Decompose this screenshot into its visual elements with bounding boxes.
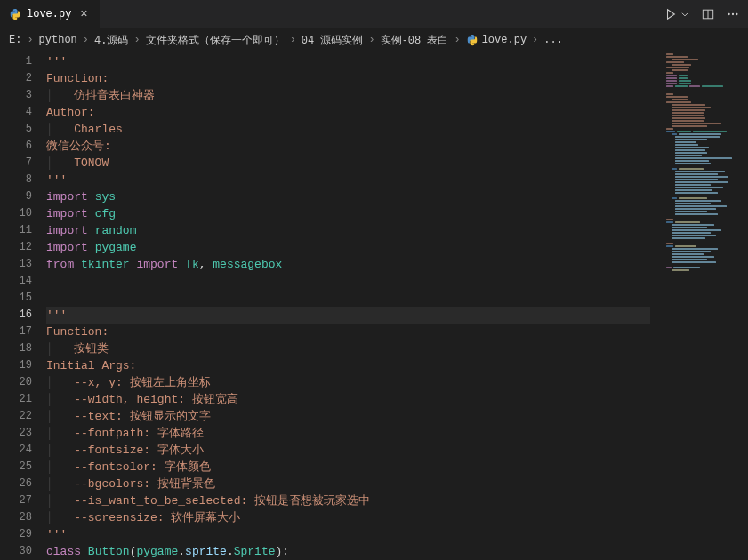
code-line: │ --width, height: 按钮宽高 [46, 391, 650, 408]
chevron-right-icon: › [133, 34, 140, 46]
line-number: 13 [0, 256, 46, 273]
tab-bar: love.py × [0, 0, 748, 28]
code-line: │ --fontpath: 字体路径 [46, 425, 650, 442]
chevron-down-icon[interactable] [680, 8, 689, 20]
line-number: 14 [0, 273, 46, 290]
chevron-right-icon: › [290, 34, 296, 46]
chevron-right-icon: › [532, 34, 538, 46]
line-number: 11 [0, 222, 46, 239]
crumb[interactable]: python [39, 34, 77, 46]
line-number: 21 [0, 391, 46, 408]
crumb[interactable]: 04 源码实例 [302, 33, 364, 48]
code-line: │ --is_want_to_be_selected: 按钮是否想被玩家选中 [46, 492, 650, 509]
line-number: 4 [0, 104, 46, 121]
python-file-icon [9, 8, 21, 20]
code-line: ''' [46, 526, 650, 543]
code-line: class Button(pygame.sprite.Sprite): [46, 543, 650, 560]
line-number: 9 [0, 188, 46, 205]
line-number: 1 [0, 53, 46, 70]
crumb[interactable]: love.py [482, 34, 527, 46]
chevron-right-icon: › [368, 34, 374, 46]
code-line: │ --text: 按钮显示的文字 [46, 408, 650, 425]
line-number: 22 [0, 408, 46, 425]
code-line: import random [46, 222, 650, 239]
code-line: from tkinter import Tk, messagebox [46, 256, 650, 273]
line-number: 15 [0, 290, 46, 307]
crumb[interactable]: 实例-08 表白 [381, 33, 449, 48]
code-line: │ --fontcolor: 字体颜色 [46, 459, 650, 476]
breadcrumb[interactable]: E: › python › 4.源码 › 文件夹格式（保存一个即可） › 04 … [0, 28, 748, 52]
code-line: import sys [46, 188, 650, 205]
code-line: │ 仿抖音表白神器 [46, 87, 650, 104]
line-number: 20 [0, 374, 46, 391]
close-icon[interactable]: × [76, 7, 91, 21]
more-icon[interactable] [727, 8, 739, 20]
chevron-right-icon: › [454, 34, 460, 46]
chevron-right-icon: › [83, 34, 89, 46]
code-line: Initial Args: [46, 357, 650, 374]
line-number: 25 [0, 459, 46, 476]
run-icon[interactable] [664, 8, 677, 20]
line-number: 23 [0, 425, 46, 442]
svg-point-4 [736, 13, 737, 15]
line-number: 3 [0, 87, 46, 104]
line-number: 28 [0, 509, 46, 526]
chevron-right-icon: › [27, 34, 33, 46]
split-editor-icon[interactable] [702, 8, 714, 20]
code-line: ''' [46, 307, 650, 324]
code-line: │ Charles [46, 121, 650, 138]
code-line: │ --fontsize: 字体大小 [46, 442, 650, 459]
svg-point-3 [732, 13, 734, 15]
code-line: │ --bgcolors: 按钮背景色 [46, 476, 650, 492]
crumb[interactable]: ... [543, 34, 563, 46]
code-line [46, 273, 650, 290]
line-number: 6 [0, 138, 46, 155]
python-file-icon [466, 34, 479, 46]
line-number: 16 [0, 307, 46, 324]
tab-love-py[interactable]: love.py × [0, 0, 101, 28]
svg-point-2 [728, 13, 729, 15]
crumb[interactable]: 4.源码 [94, 33, 128, 48]
code-line: │ --x, y: 按钮左上角坐标 [46, 374, 650, 391]
line-number: 7 [0, 155, 46, 172]
line-number: 19 [0, 357, 46, 374]
line-number: 10 [0, 205, 46, 222]
code-line [46, 290, 650, 307]
line-number: 30 [0, 543, 46, 560]
code-line: import pygame [46, 239, 650, 256]
crumb[interactable]: 文件夹格式（保存一个即可） [146, 33, 285, 48]
code-line: │ TONOW [46, 155, 650, 172]
minimap[interactable] [663, 52, 743, 283]
editor-actions [664, 8, 748, 20]
crumb[interactable]: E: [9, 34, 21, 46]
line-number: 2 [0, 70, 46, 87]
line-number: 29 [0, 526, 46, 543]
code-line: │ 按钮类 [46, 340, 650, 357]
line-number: 24 [0, 442, 46, 459]
code-line: 微信公众号: [46, 138, 650, 155]
line-number: 27 [0, 492, 46, 509]
code-line: Author: [46, 104, 650, 121]
code-content[interactable]: ''' Function: │ 仿抖音表白神器 Author: │ Charle… [46, 52, 748, 560]
code-line: ''' [46, 53, 650, 70]
line-number: 17 [0, 324, 46, 340]
code-editor[interactable]: 1 2 3 4 5 6 7 8 9 10 11 12 13 14 15 16 1… [0, 52, 748, 560]
line-number: 18 [0, 340, 46, 357]
line-number: 5 [0, 121, 46, 138]
line-number: 26 [0, 476, 46, 492]
line-number-gutter: 1 2 3 4 5 6 7 8 9 10 11 12 13 14 15 16 1… [0, 52, 46, 560]
tab-label: love.py [27, 8, 71, 20]
code-line: Function: [46, 70, 650, 87]
line-number: 12 [0, 239, 46, 256]
line-number: 8 [0, 172, 46, 188]
code-line: import cfg [46, 205, 650, 222]
code-line: Function: [46, 324, 650, 340]
code-line: │ --screensize: 软件屏幕大小 [46, 509, 650, 526]
code-line: ''' [46, 172, 650, 188]
